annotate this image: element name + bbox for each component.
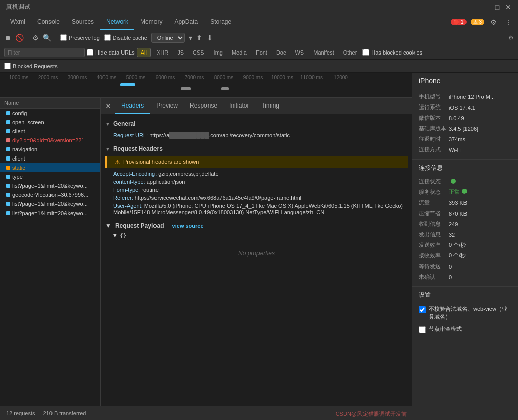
filter-all[interactable]: All: [137, 48, 151, 57]
list-item[interactable]: list?page=1&limit=20&keywo...: [0, 199, 100, 208]
list-item[interactable]: diy?id=0&did=0&version=221: [0, 136, 100, 145]
pending-key: 等待发送: [419, 262, 449, 270]
tab-preview[interactable]: Preview: [150, 98, 184, 114]
filter-media[interactable]: Media: [228, 48, 250, 57]
setting-checkbox-1[interactable]: [419, 306, 426, 313]
filter-ws[interactable]: WS: [291, 48, 307, 57]
list-item[interactable]: list?page=1&limit=20&keywo...: [0, 181, 100, 190]
user-agent-row: User-Agent: Mozilla/5.0 (iPhone; CPU iPh…: [105, 202, 408, 216]
toolbar-settings-icon[interactable]: ⚙: [508, 34, 514, 41]
tab-headers[interactable]: Headers: [115, 98, 150, 114]
send-rate-row: 发送效率 0 个/秒: [412, 240, 518, 250]
dot-diy: [6, 138, 10, 142]
general-section-header[interactable]: ▼ General: [105, 118, 408, 129]
dot-list1: [6, 184, 10, 188]
blocked-requests-checkbox[interactable]: Blocked Requests: [4, 63, 58, 69]
tab-response[interactable]: Response: [184, 98, 223, 114]
record-icon[interactable]: ⏺: [4, 34, 11, 42]
tl-3000: 3000 ms: [63, 75, 92, 80]
payload-section-header[interactable]: ▼ Request Payload view source: [105, 220, 408, 231]
throttle-dropdown[interactable]: Online: [151, 33, 185, 43]
import-icon[interactable]: ⬆: [196, 34, 202, 42]
form-type-value: routine: [141, 187, 159, 193]
minimize-button[interactable]: —: [483, 4, 490, 11]
content-type-row: content-type: application/json: [105, 178, 408, 186]
search-icon[interactable]: 🔍: [43, 34, 51, 42]
tab-storage[interactable]: Storage: [204, 14, 237, 30]
accept-encoding-value: gzip,compress,br,deflate: [158, 171, 218, 177]
close-detail-button[interactable]: ✕: [105, 102, 111, 110]
close-button[interactable]: ✕: [505, 4, 512, 11]
filter-css[interactable]: CSS: [189, 48, 208, 57]
req-headers-arrow: ▼: [105, 146, 110, 152]
filter-font[interactable]: Font: [252, 48, 271, 57]
setting-checkbox-2[interactable]: [419, 326, 426, 333]
hide-data-urls-checkbox[interactable]: Hide data URLs: [87, 49, 135, 56]
timeline-bar-2: [181, 87, 191, 90]
tab-appdata[interactable]: AppData: [168, 14, 204, 30]
list-item[interactable]: client: [0, 127, 100, 136]
referer-value: https://servicewechat.com/wx668a76a1a45e…: [135, 195, 301, 201]
sent-key: 发出信息: [419, 231, 449, 238]
filter-doc[interactable]: Doc: [273, 48, 290, 57]
setting-row-1: 不校验合法域名、web-view（业务域名）: [419, 303, 512, 323]
filter-img[interactable]: Img: [210, 48, 226, 57]
connection-key: 连接方式: [419, 146, 449, 153]
more-icon[interactable]: ⋮: [503, 18, 514, 26]
tl-6000: 6000 ms: [150, 75, 180, 80]
has-blocked-cookies-checkbox[interactable]: Has blocked cookies: [362, 49, 422, 56]
tab-memory[interactable]: Memory: [134, 14, 168, 30]
filter-xhr[interactable]: XHR: [153, 48, 172, 57]
export-icon[interactable]: ⬇: [206, 34, 213, 42]
filter-manifest[interactable]: Manifest: [309, 48, 338, 57]
sent-row: 发出信息 32: [412, 229, 518, 240]
list-item[interactable]: client: [0, 154, 100, 163]
settings-icon[interactable]: ⚙: [488, 18, 499, 26]
dot-list3: [6, 211, 10, 215]
disable-cache-checkbox[interactable]: Disable cache: [104, 34, 147, 41]
list-item[interactable]: open_screen: [0, 118, 100, 127]
pending-row: 等待发送 0: [412, 261, 518, 272]
tab-initiator[interactable]: Initiator: [223, 98, 255, 114]
tab-sources[interactable]: Sources: [66, 14, 100, 30]
request-headers-section-header[interactable]: ▼ Request Headers: [105, 143, 408, 154]
list-item[interactable]: navigation: [0, 145, 100, 154]
clear-icon[interactable]: 🚫: [15, 34, 24, 42]
list-item[interactable]: geocoder?location=30.67996...: [0, 190, 100, 199]
detail-pane: ✕ Headers Preview Response Initiator Tim…: [101, 98, 412, 420]
wechat-ver-val: 8.0.49: [449, 115, 512, 121]
throttle-arrow[interactable]: ▾: [189, 34, 192, 42]
send-rate-val: 0 个/秒: [449, 241, 512, 249]
connection-row: 连接方式 Wi-Fi: [412, 144, 518, 155]
server-dot: [462, 189, 467, 194]
dot-client2: [6, 156, 10, 161]
tab-network[interactable]: Network: [100, 14, 134, 30]
detail-tabs: ✕ Headers Preview Response Initiator Tim…: [101, 98, 412, 114]
list-item[interactable]: static: [0, 163, 100, 172]
list-item[interactable]: type: [0, 172, 100, 181]
filter-bar: Hide data URLs All XHR JS CSS Img Media …: [0, 45, 518, 60]
payload-label: Request Payload: [115, 222, 164, 229]
device-info-table: 手机型号 iPhone 12 Pro M... 运行系统 iOS 17.4.1 …: [412, 89, 518, 157]
traffic-key: 流量: [419, 199, 449, 206]
pending-val: 0: [449, 264, 512, 270]
warning-icon: ⚠: [115, 159, 120, 166]
filter-input[interactable]: [4, 48, 85, 57]
tab-console[interactable]: Console: [31, 14, 66, 30]
timeline-bar-1: [120, 83, 135, 86]
tl-9000: 9000 ms: [238, 75, 268, 80]
list-item[interactable]: list?page=1&limit=20&keywo...: [0, 208, 100, 218]
tab-timing[interactable]: Timing: [255, 98, 285, 114]
maximize-button[interactable]: □: [494, 4, 501, 11]
tl-8000: 8000 ms: [209, 75, 238, 80]
tab-wxml[interactable]: Wxml: [4, 14, 31, 30]
list-item[interactable]: config: [0, 109, 100, 118]
iphone-title: iPhone: [412, 73, 518, 89]
traffic-val: 393 KB: [449, 200, 512, 206]
left-section: 1000 ms 2000 ms 3000 ms 4000 ms 5000 ms …: [0, 73, 412, 420]
filter-icon[interactable]: ⚙: [32, 34, 39, 42]
filter-other[interactable]: Other: [340, 48, 361, 57]
preserve-log-checkbox[interactable]: Preserve log: [60, 34, 100, 41]
view-source-link[interactable]: view source: [172, 223, 204, 229]
filter-js[interactable]: JS: [174, 48, 187, 57]
